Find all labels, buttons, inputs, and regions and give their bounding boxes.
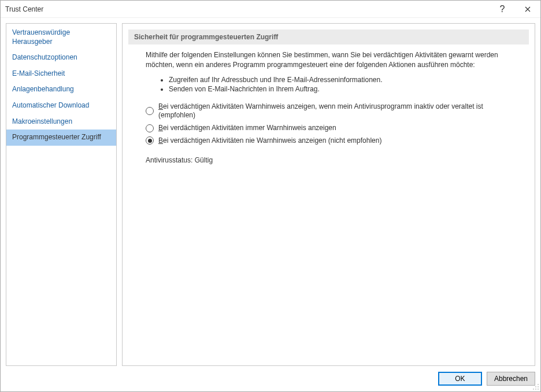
antivirus-status: Antivirusstatus: Gültig <box>146 156 517 164</box>
sidebar-item[interactable]: Programmgesteuerter Zugriff <box>6 130 116 146</box>
svg-point-0 <box>538 384 539 385</box>
resize-grip-icon[interactable] <box>532 383 539 390</box>
antivirus-status-label: Antivirusstatus: <box>146 156 192 164</box>
sidebar-item[interactable]: Datenschutzoptionen <box>6 50 116 66</box>
close-icon <box>525 5 531 14</box>
radio-icon <box>146 107 154 115</box>
sidebar-item[interactable]: E-Mail-Sicherheit <box>6 66 116 82</box>
close-button[interactable] <box>515 1 540 18</box>
window-title: Trust Center <box>5 5 490 13</box>
section-header: Sicherheit für programmgesteuerten Zugri… <box>128 29 529 45</box>
titlebar: Trust Center ? <box>1 1 540 18</box>
cancel-button[interactable]: Abbrechen <box>487 372 535 386</box>
svg-point-3 <box>533 389 534 390</box>
section-body: Mithilfe der folgenden Einstellungen kön… <box>128 50 529 164</box>
bullet-list: Zugreifen auf Ihr Adressbuch und Ihre E-… <box>146 75 517 94</box>
sidebar-item[interactable]: Anlagenbehandlung <box>6 82 116 98</box>
radio-option[interactable]: Bei verdächtigen Aktivitäten immer Warnh… <box>146 122 517 135</box>
radio-label: Bei verdächtigen Aktivitäten immer Warnh… <box>158 124 336 133</box>
intro-text: Mithilfe der folgenden Einstellungen kön… <box>146 50 517 71</box>
sidebar-item[interactable]: Automatischer Download <box>6 98 116 114</box>
antivirus-status-value: Gültig <box>195 156 213 164</box>
trust-center-window: Trust Center ? Vertrauenswürdige Herausg… <box>0 0 541 392</box>
dialog-body: Vertrauenswürdige HerausgeberDatenschutz… <box>1 18 540 366</box>
bullet-item: Senden von E-Mail-Nachrichten in Ihrem A… <box>169 84 517 94</box>
sidebar-item[interactable]: Makroeinstellungen <box>6 114 116 130</box>
sidebar-item[interactable]: Vertrauenswürdige Herausgeber <box>6 25 116 50</box>
ok-button[interactable]: OK <box>438 372 482 386</box>
bullet-item: Zugreifen auf Ihr Adressbuch und Ihre E-… <box>169 75 517 84</box>
svg-point-1 <box>535 386 536 387</box>
help-icon: ? <box>500 4 505 14</box>
radio-group: Bei verdächtigen Aktivitäten Warnhinweis… <box>146 101 517 147</box>
radio-icon <box>146 124 154 132</box>
radio-label: Bei verdächtigen Aktivitäten nie Warnhin… <box>158 136 381 146</box>
category-sidebar: Vertrauenswürdige HerausgeberDatenschutz… <box>6 23 117 366</box>
svg-point-2 <box>538 386 539 387</box>
content-panel: Sicherheit für programmgesteuerten Zugri… <box>122 23 535 366</box>
dialog-footer: OK Abbrechen <box>1 366 540 391</box>
radio-icon <box>146 136 154 145</box>
svg-point-5 <box>538 389 539 390</box>
radio-label: Bei verdächtigen Aktivitäten Warnhinweis… <box>158 102 517 120</box>
help-button[interactable]: ? <box>490 1 515 18</box>
svg-point-4 <box>535 389 536 390</box>
radio-option[interactable]: Bei verdächtigen Aktivitäten Warnhinweis… <box>146 101 517 122</box>
radio-option[interactable]: Bei verdächtigen Aktivitäten nie Warnhin… <box>146 135 517 147</box>
